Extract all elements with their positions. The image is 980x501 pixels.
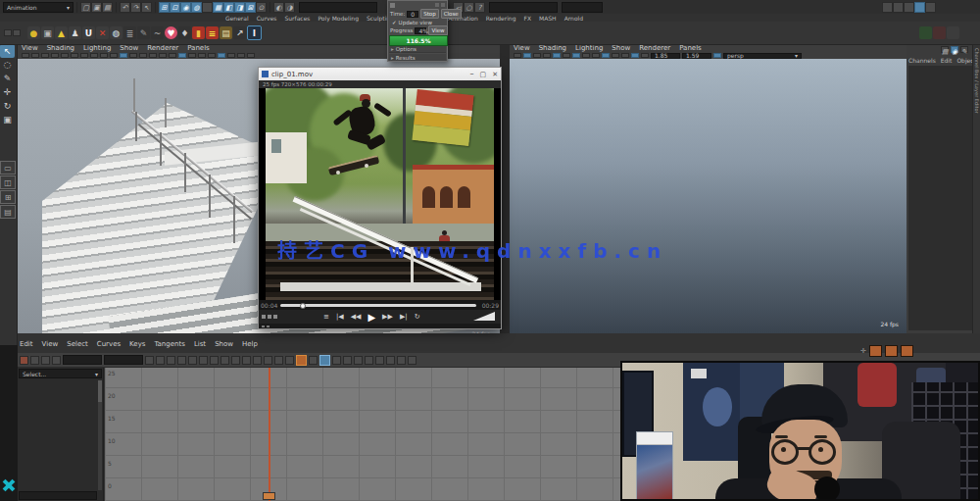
vp-icon[interactable] [208,53,216,58]
vp-icon[interactable] [621,53,629,58]
camera-dropdown[interactable]: persp ▾ [723,53,802,59]
rewind-button[interactable]: ◀◀ [351,313,362,321]
vp-icon-active[interactable] [713,53,721,58]
vp-icon[interactable] [100,53,108,58]
shelf-tab[interactable]: Surfaces [284,15,310,22]
close-button[interactable]: ✕ [492,71,498,78]
results-section[interactable]: Results [396,55,416,61]
layout-outliner-button[interactable]: ▤ [0,205,16,219]
save-scene-icon[interactable]: ▤ [102,2,113,13]
vp-icon[interactable] [31,53,39,58]
vp-icon-active[interactable] [553,53,561,58]
stat-field-value[interactable] [104,355,143,365]
snap-curve-icon[interactable]: ⊡ [170,2,180,13]
vp-icon[interactable] [227,53,235,58]
video-area[interactable] [259,88,501,300]
ge-icon-active-blue[interactable] [319,355,330,366]
vp-icon[interactable] [543,53,551,58]
ge-icon[interactable] [52,356,61,365]
prev-button[interactable]: |◀ [336,313,344,321]
vp-icon[interactable] [159,53,167,58]
ge-icon-key[interactable] [20,356,28,365]
ge-icon[interactable] [220,356,229,365]
ge-icon[interactable] [41,356,50,365]
shelf-tab[interactable]: MASH [539,15,557,22]
vp-icon-active[interactable] [523,53,531,58]
ipr-render-icon[interactable]: ◑ [284,2,295,13]
anim-layer-field[interactable] [489,2,558,13]
graph-menu-edit[interactable]: Edit [20,340,33,348]
graph-menu-view[interactable]: View [42,340,59,348]
player-mini-icon[interactable] [273,315,277,319]
viewport-menu-panels[interactable]: Panels [187,44,210,52]
vp-icon[interactable] [237,53,245,58]
shelf-clip-red-2-button[interactable]: ≡ [206,26,219,39]
channel-box-menu-edit[interactable]: Edit [941,57,953,64]
time-value-field[interactable]: 0 [407,11,418,18]
seek-bar[interactable] [280,304,476,307]
open-scene-icon[interactable]: ▣ [91,2,102,13]
vp-icon[interactable] [110,53,118,58]
channel-box-list[interactable] [908,66,972,330]
vp-icon[interactable] [129,53,137,58]
shelf-clip-red-1-button[interactable]: ▮ [192,26,205,39]
ge-icon[interactable] [177,356,186,365]
vp-icon[interactable] [41,53,49,58]
forward-button[interactable]: ▶▶ [382,313,393,321]
snap-grid-icon[interactable]: ⊞ [159,2,170,13]
rotate-tool[interactable]: ↻ [0,99,15,113]
ge-icon[interactable] [309,356,318,365]
checkbox[interactable]: ✓ [392,20,397,25]
ge-icon[interactable] [354,356,363,365]
play-button[interactable]: ▶ [368,312,375,323]
viewport-menu-view[interactable]: View [22,44,38,52]
shelf-pose-button[interactable]: ↗ [233,26,246,39]
viewport-menu-shading[interactable]: Shading [47,44,74,52]
ge-icon[interactable] [264,356,272,365]
playback-key-button[interactable] [901,345,913,357]
vp-icon[interactable] [188,53,196,58]
vp-icon[interactable] [247,53,255,58]
ge-icon[interactable] [386,356,395,365]
stop-button[interactable]: Stop [420,9,439,19]
graph-menu-help[interactable]: Help [242,340,258,348]
close-button[interactable]: Close [441,9,462,19]
volume-slider[interactable] [473,312,495,321]
shelf-key-button[interactable]: ♦ [178,26,191,39]
vp-icon-active[interactable] [178,53,186,58]
bell-icon[interactable]: ○ [464,2,474,13]
graph-menu-keys[interactable]: Keys [129,340,145,348]
shelf-tab[interactable]: Curves [257,15,277,22]
dialog-close-icon[interactable] [441,3,445,7]
shelf-pencil-button[interactable]: ✎ [137,26,150,39]
graph-menu-select[interactable]: Select [67,340,88,348]
paint-select-tool[interactable]: ✎ [0,72,15,85]
next-button[interactable]: ▶| [400,313,408,321]
ge-icon[interactable] [332,356,341,365]
ge-icon[interactable] [167,356,175,365]
shelf-letter-x-button[interactable]: ✕ [96,26,109,39]
menu-set-dropdown[interactable]: Animation ▾ [3,2,74,13]
outliner-filter-field[interactable]: Select... ▾ [19,369,102,378]
ge-icon[interactable] [253,356,262,365]
playback-option-button[interactable] [869,345,882,357]
shelf-scroll-up-icon[interactable] [4,29,12,36]
player-titlebar[interactable]: clip_01.mov – ▢ ✕ [259,68,501,80]
view-button[interactable]: View [428,25,447,35]
options-section[interactable]: Options [396,46,416,52]
vp-icon[interactable] [582,53,590,58]
help-icon[interactable]: ? [474,2,485,13]
viewport-menu-lighting[interactable]: Lighting [575,44,603,52]
snap-plane-icon[interactable]: ◍ [191,2,202,13]
vp-icon[interactable] [533,53,541,58]
isolate-icon[interactable]: ⊠ [245,2,256,13]
viewport-menu-view[interactable]: View [514,44,530,52]
shelf-ramp-button[interactable]: ▤ [220,26,232,39]
right-side-tab-strip[interactable]: Channel Box / Layer Editor [972,44,980,333]
gate-ratio-field-1[interactable]: 1.85 [651,53,680,59]
shelf-tab[interactable]: FX [523,15,531,22]
dialog-pin-icon[interactable] [435,3,439,7]
shelf-plane-button[interactable]: ▣ [41,26,54,39]
snap-point-icon[interactable]: ◉ [180,2,191,13]
notebook-icon[interactable]: ▤ [941,46,949,53]
